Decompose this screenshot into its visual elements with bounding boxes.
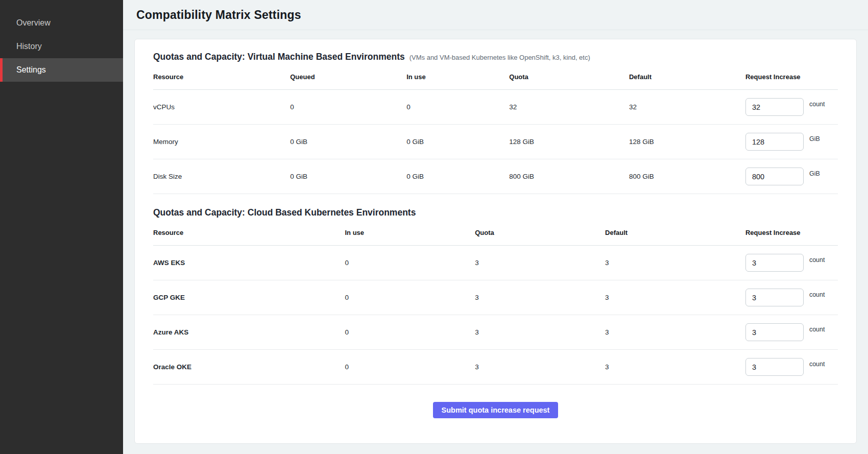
resource-name: Disk Size — [153, 159, 290, 194]
unit-label: GiB — [809, 135, 820, 142]
default-value: 3 — [605, 315, 745, 350]
header-divider — [123, 30, 868, 30]
unit-label: count — [809, 326, 825, 333]
quota-value: 800 GiB — [509, 159, 629, 194]
sidebar-item-label: History — [16, 42, 42, 51]
request-increase-input[interactable] — [745, 323, 804, 341]
quota-value: 3 — [475, 246, 605, 280]
main-content: Compatibility Matrix Settings Quotas and… — [123, 0, 868, 454]
unit-label: count — [809, 291, 825, 298]
sidebar-item-label: Overview — [16, 18, 51, 28]
vm-quota-table: Resource Queued In use Quota Default Req… — [153, 65, 838, 194]
table-header-row: Resource Queued In use Quota Default Req… — [153, 65, 838, 90]
default-value: 800 GiB — [629, 159, 745, 194]
table-row-memory: Memory 0 GiB 0 GiB 128 GiB 128 GiB GiB — [153, 125, 838, 159]
col-in-use: In use — [406, 65, 509, 90]
resource-name: Azure AKS — [153, 315, 345, 350]
unit-label: count — [809, 256, 825, 264]
cloud-quota-table: Resource In use Quota Default Request In… — [153, 221, 838, 385]
col-default: Default — [605, 221, 745, 246]
quota-value: 3 — [475, 350, 605, 385]
in-use-value: 0 — [345, 315, 475, 350]
request-increase-input[interactable] — [745, 168, 804, 185]
vm-section-subtitle: (VMs and VM-based Kubernetes like OpenSh… — [409, 54, 590, 61]
sidebar-item-label: Settings — [16, 65, 46, 75]
sidebar-item-settings[interactable]: Settings — [0, 58, 123, 82]
col-resource: Resource — [153, 65, 290, 90]
unit-label: count — [809, 101, 825, 108]
page-title: Compatibility Matrix Settings — [136, 8, 301, 21]
queued-value: 0 — [290, 90, 406, 125]
default-value: 3 — [605, 246, 745, 280]
col-queued: Queued — [290, 65, 406, 90]
page-header: Compatibility Matrix Settings — [123, 0, 868, 30]
in-use-value: 0 GiB — [406, 125, 509, 159]
col-in-use: In use — [345, 221, 475, 246]
request-increase-input[interactable] — [745, 98, 804, 116]
in-use-value: 0 — [406, 90, 509, 125]
submit-quota-request-button[interactable]: Submit quota increase request — [433, 402, 559, 418]
col-quota: Quota — [509, 65, 629, 90]
table-row-aws-eks: AWS EKS 0 3 3 count — [153, 246, 838, 280]
sidebar: Overview History Settings — [0, 0, 123, 454]
request-increase-input[interactable] — [745, 358, 804, 376]
vm-section-title: Quotas and Capacity: Virtual Machine Bas… — [153, 52, 405, 62]
request-increase-input[interactable] — [745, 289, 804, 306]
cloud-section-title: Quotas and Capacity: Cloud Based Kuberne… — [153, 207, 416, 218]
resource-name: AWS EKS — [153, 246, 345, 280]
table-row-oracle-oke: Oracle OKE 0 3 3 count — [153, 350, 838, 385]
table-row-azure-aks: Azure AKS 0 3 3 count — [153, 315, 838, 350]
col-quota: Quota — [475, 221, 605, 246]
quota-value: 3 — [475, 280, 605, 315]
sidebar-item-history[interactable]: History — [0, 35, 123, 58]
resource-name: GCP GKE — [153, 280, 345, 315]
quota-value: 3 — [475, 315, 605, 350]
queued-value: 0 GiB — [290, 159, 406, 194]
request-increase-input[interactable] — [745, 254, 804, 272]
vm-section-heading: Quotas and Capacity: Virtual Machine Bas… — [153, 52, 838, 62]
default-value: 3 — [605, 350, 745, 385]
resource-name: Oracle OKE — [153, 350, 345, 385]
col-default: Default — [629, 65, 745, 90]
in-use-value: 0 — [345, 246, 475, 280]
quota-value: 32 — [509, 90, 629, 125]
quota-value: 128 GiB — [509, 125, 629, 159]
default-value: 128 GiB — [629, 125, 745, 159]
col-resource: Resource — [153, 221, 345, 246]
sidebar-item-overview[interactable]: Overview — [0, 11, 123, 35]
in-use-value: 0 GiB — [406, 159, 509, 194]
unit-label: GiB — [809, 170, 820, 177]
default-value: 32 — [629, 90, 745, 125]
quotas-card: Quotas and Capacity: Virtual Machine Bas… — [134, 39, 857, 444]
queued-value: 0 GiB — [290, 125, 406, 159]
col-request-increase: Request Increase — [745, 221, 838, 246]
table-row-disk-size: Disk Size 0 GiB 0 GiB 800 GiB 800 GiB Gi… — [153, 159, 838, 194]
in-use-value: 0 — [345, 350, 475, 385]
resource-name: Memory — [153, 125, 290, 159]
resource-name: vCPUs — [153, 90, 290, 125]
submit-row: Submit quota increase request — [153, 402, 838, 418]
table-row-gcp-gke: GCP GKE 0 3 3 count — [153, 280, 838, 315]
cloud-section-heading: Quotas and Capacity: Cloud Based Kuberne… — [153, 207, 838, 218]
unit-label: count — [809, 361, 825, 368]
default-value: 3 — [605, 280, 745, 315]
col-request-increase: Request Increase — [745, 65, 838, 90]
request-increase-input[interactable] — [745, 133, 804, 151]
table-row-vcpus: vCPUs 0 0 32 32 count — [153, 90, 838, 125]
table-header-row: Resource In use Quota Default Request In… — [153, 221, 838, 246]
in-use-value: 0 — [345, 280, 475, 315]
